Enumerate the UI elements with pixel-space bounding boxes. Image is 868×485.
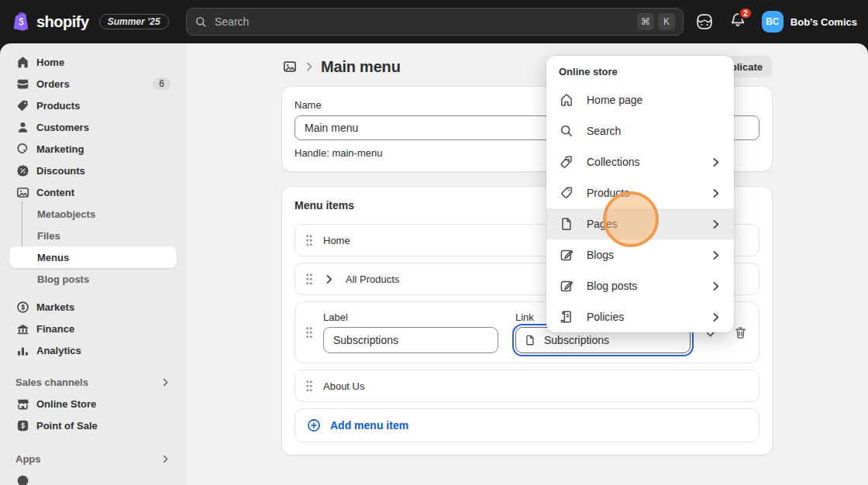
- pos-icon: [16, 418, 30, 433]
- page-icon: [559, 216, 574, 232]
- breadcrumb: [304, 61, 315, 72]
- click-indicator: [603, 191, 659, 247]
- menu-item-label: All Products: [346, 273, 399, 285]
- sidebar-item-blog-posts[interactable]: Blog posts: [9, 268, 177, 290]
- delete-button[interactable]: [733, 325, 748, 340]
- marketing-icon: [16, 142, 30, 157]
- sidebar-item-menus[interactable]: Menus: [9, 246, 177, 268]
- store-name: Bob’s Comics: [790, 16, 857, 28]
- search-shortcut: ⌘ K: [637, 13, 675, 30]
- shopify-bag-icon: [11, 11, 31, 33]
- sidekick-icon[interactable]: [695, 12, 714, 31]
- compose-icon: [559, 278, 574, 294]
- label-field-label: Label: [323, 311, 498, 323]
- drag-handle-icon[interactable]: [306, 327, 312, 339]
- label-field-group: Label: [323, 311, 498, 353]
- sidebar: Home Orders 6 Products Customers Marketi…: [0, 43, 186, 485]
- shopify-wordmark: shopify: [36, 13, 89, 31]
- sidebar-item-metaobjects[interactable]: Metaobjects: [9, 203, 177, 225]
- avatar: BC: [762, 11, 784, 33]
- apps-section[interactable]: Apps: [9, 448, 177, 470]
- sales-channels-section[interactable]: Sales channels: [9, 371, 177, 393]
- sidebar-item-files[interactable]: Files: [9, 225, 177, 246]
- sidebar-item-discounts[interactable]: Discounts: [9, 160, 177, 181]
- version-badge: Summer ’25: [99, 14, 169, 29]
- customers-icon: [16, 120, 30, 135]
- shopify-admin: shopify Summer ’25 ⌘ K 2 BC Bob’s Comics: [0, 0, 868, 485]
- sidebar-item-partial[interactable]: [9, 470, 177, 485]
- dropdown-item-policies[interactable]: Policies: [546, 301, 734, 332]
- menu-item-label: About Us: [323, 380, 364, 392]
- drag-handle-icon[interactable]: [306, 235, 312, 246]
- account-menu[interactable]: BC Bob’s Comics: [762, 11, 857, 33]
- orders-icon: [16, 77, 30, 91]
- tag-icon: [16, 98, 30, 113]
- bar-chart-icon: [16, 343, 30, 358]
- main-content: Main menu Duplicate Name Handle: main-me…: [186, 43, 868, 485]
- sidebar-item-online-store[interactable]: Online Store: [9, 393, 177, 414]
- submenu-chevron-icon: [710, 311, 722, 323]
- dropdown-header: Online store: [546, 56, 734, 84]
- shopify-logo[interactable]: shopify Summer ’25: [11, 0, 169, 43]
- policy-icon: [559, 309, 574, 325]
- compose-icon: [559, 247, 574, 263]
- global-search[interactable]: ⌘ K: [186, 8, 684, 36]
- notifications-button[interactable]: 2: [729, 12, 746, 32]
- page-icon: [524, 334, 536, 346]
- submenu-chevron-icon: [710, 249, 722, 261]
- bank-icon: [16, 322, 30, 336]
- expand-chevron-icon[interactable]: [323, 273, 335, 285]
- menu-item-label: Home: [323, 235, 350, 246]
- plus-circle-icon: [306, 418, 322, 433]
- storefront-icon: [16, 397, 30, 411]
- menu-item-row-about-us[interactable]: About Us: [294, 370, 760, 402]
- sidebar-item-finance[interactable]: Finance: [9, 318, 177, 339]
- dropdown-item-blog-posts[interactable]: Blog posts: [546, 270, 734, 301]
- tag-icon: [559, 185, 574, 201]
- topbar: shopify Summer ’25 ⌘ K 2 BC Bob’s Comics: [0, 0, 868, 43]
- home-icon: [559, 92, 574, 108]
- sidebar-item-point-of-sale[interactable]: Point of Sale: [9, 414, 177, 436]
- sidebar-item-customers[interactable]: Customers: [9, 116, 177, 138]
- chevron-right-icon: [160, 454, 170, 464]
- search-input[interactable]: [215, 15, 630, 28]
- sidebar-item-marketing[interactable]: Marketing: [9, 138, 177, 160]
- dropdown-item-search[interactable]: Search: [546, 115, 734, 146]
- sidebar-item-analytics[interactable]: Analytics: [9, 339, 177, 361]
- page-title: Main menu: [321, 58, 401, 76]
- drag-handle-icon[interactable]: [306, 273, 312, 285]
- app-icon: [16, 473, 30, 485]
- search-icon: [195, 15, 208, 29]
- chevron-right-icon: [304, 61, 315, 72]
- content-icon: [282, 59, 298, 74]
- submenu-chevron-icon: [710, 187, 722, 199]
- sidebar-item-content[interactable]: Content: [9, 181, 177, 203]
- sidebar-item-home[interactable]: Home: [9, 51, 177, 73]
- dropdown-item-collections[interactable]: Collections: [546, 146, 734, 177]
- notification-count-badge: 2: [739, 7, 753, 19]
- topbar-actions: 2 BC Bob’s Comics: [695, 0, 857, 43]
- submenu-chevron-icon: [710, 157, 722, 168]
- globe-icon: [16, 300, 30, 315]
- label-input[interactable]: [323, 327, 498, 353]
- content-icon: [16, 185, 30, 200]
- submenu-chevron-icon: [710, 218, 722, 230]
- chevron-right-icon: [160, 377, 170, 387]
- search-icon: [559, 123, 574, 139]
- add-menu-item-button[interactable]: Add menu item: [294, 408, 760, 442]
- home-icon: [16, 55, 30, 70]
- sidebar-item-markets[interactable]: Markets: [9, 296, 177, 318]
- trash-icon: [733, 325, 748, 340]
- discount-icon: [16, 163, 30, 178]
- collections-icon: [559, 154, 574, 170]
- cmd-key: ⌘: [637, 13, 654, 30]
- k-key: K: [658, 13, 675, 30]
- drag-handle-icon[interactable]: [306, 380, 312, 392]
- sidebar-item-orders[interactable]: Orders 6: [9, 73, 177, 95]
- sidebar-item-products[interactable]: Products: [9, 95, 177, 116]
- submenu-chevron-icon: [710, 280, 722, 292]
- orders-count-badge: 6: [153, 77, 170, 90]
- dropdown-item-home-page[interactable]: Home page: [546, 84, 734, 115]
- app-shell: Home Orders 6 Products Customers Marketi…: [0, 43, 868, 485]
